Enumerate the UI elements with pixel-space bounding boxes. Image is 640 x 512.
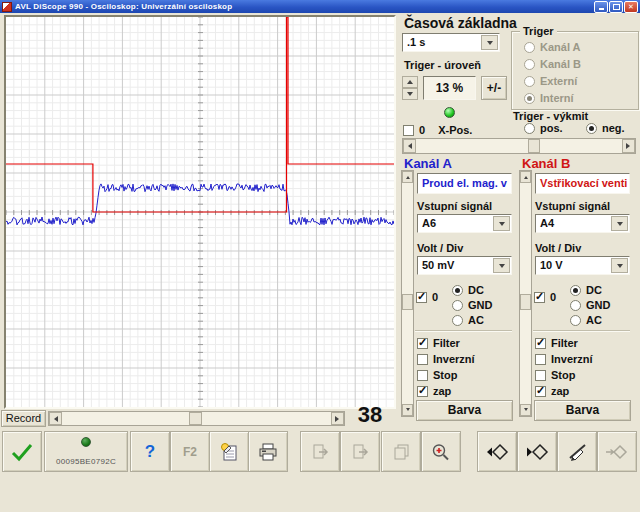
marker-prev-button[interactable] bbox=[477, 431, 517, 472]
scroll-right-icon[interactable] bbox=[622, 139, 635, 153]
trigger-polarity-button[interactable]: +/- bbox=[481, 76, 507, 100]
chevron-down-icon[interactable] bbox=[493, 216, 510, 231]
channel-b-color-button[interactable]: Barva bbox=[534, 400, 631, 421]
edit-off-button[interactable] bbox=[557, 431, 597, 472]
spinner-up-icon[interactable] bbox=[402, 76, 418, 88]
channel-a-coupling-dc[interactable]: DC bbox=[452, 284, 484, 296]
restore-button[interactable] bbox=[609, 1, 623, 13]
slider-thumb[interactable] bbox=[520, 294, 531, 310]
checkbox-icon[interactable] bbox=[534, 292, 545, 303]
channel-a-position-slider[interactable] bbox=[401, 170, 414, 417]
f2-button: F2 bbox=[170, 431, 210, 472]
checkbox-icon[interactable] bbox=[417, 338, 428, 349]
channel-a-on-checkbox[interactable]: zap bbox=[417, 385, 451, 397]
radio-icon[interactable] bbox=[570, 285, 581, 296]
scroll-left-icon[interactable] bbox=[403, 139, 416, 153]
channel-b-stop-checkbox[interactable]: Stop bbox=[535, 369, 575, 381]
channel-b-filter-checkbox[interactable]: Filter bbox=[535, 337, 578, 349]
xpos-zero-checkbox[interactable]: 0 X-Pos. bbox=[403, 124, 472, 136]
checkbox-icon[interactable] bbox=[403, 125, 414, 136]
device-led-icon bbox=[81, 437, 91, 447]
diamond-left-icon bbox=[485, 442, 509, 462]
slider-up-icon[interactable] bbox=[520, 171, 531, 183]
channel-a-coupling-ac[interactable]: AC bbox=[452, 314, 484, 326]
goto-marker-button bbox=[597, 431, 637, 472]
channel-b-on-checkbox[interactable]: zap bbox=[535, 385, 569, 397]
channel-b-title: Kanál B bbox=[522, 156, 570, 171]
green-check-icon bbox=[10, 442, 34, 462]
close-button[interactable]: ✕ bbox=[624, 1, 638, 13]
channel-a-stop-checkbox[interactable]: Stop bbox=[417, 369, 457, 381]
notes-button[interactable] bbox=[209, 431, 249, 472]
checkbox-icon[interactable] bbox=[417, 370, 428, 381]
copy-page-button bbox=[381, 431, 421, 472]
chevron-down-icon[interactable] bbox=[611, 258, 628, 273]
channel-a-color-button[interactable]: Barva bbox=[416, 400, 513, 421]
spinner-down-icon[interactable] bbox=[402, 88, 418, 100]
help-button[interactable]: ? bbox=[130, 431, 170, 472]
checkbox-icon[interactable] bbox=[417, 354, 428, 365]
scroll-right-icon[interactable] bbox=[331, 412, 344, 425]
print-button[interactable] bbox=[248, 431, 288, 472]
chevron-down-icon[interactable] bbox=[493, 258, 510, 273]
record-scrollbar[interactable] bbox=[48, 411, 345, 426]
chevron-down-icon[interactable] bbox=[611, 216, 628, 231]
slider-up-icon[interactable] bbox=[402, 171, 413, 183]
channel-a-zero-checkbox[interactable]: 0 bbox=[416, 291, 438, 303]
marker-next-button[interactable] bbox=[517, 431, 557, 472]
chevron-down-icon[interactable] bbox=[481, 35, 498, 50]
radio-icon[interactable] bbox=[586, 123, 597, 134]
slider-down-icon[interactable] bbox=[402, 404, 413, 416]
channel-b-invert-checkbox[interactable]: Inverzní bbox=[535, 353, 593, 365]
channel-b-panel: Kanál B Vstřikovací venti Vstupní signál… bbox=[518, 156, 636, 426]
record-button[interactable]: Record bbox=[1, 410, 46, 427]
checkbox-icon[interactable] bbox=[416, 292, 427, 303]
checkbox-icon[interactable] bbox=[535, 338, 546, 349]
slider-down-icon[interactable] bbox=[520, 404, 531, 416]
trigger-source-kanal-a: Kanál A bbox=[524, 41, 581, 53]
scroll-left-icon[interactable] bbox=[49, 412, 62, 425]
divider bbox=[415, 330, 512, 332]
slider-thumb[interactable] bbox=[402, 294, 413, 310]
checkbox-icon[interactable] bbox=[535, 386, 546, 397]
trigger-edge-pos[interactable]: pos. bbox=[524, 122, 563, 134]
radio-icon[interactable] bbox=[452, 300, 463, 311]
checkbox-icon[interactable] bbox=[417, 386, 428, 397]
channel-b-input-select[interactable]: A4 bbox=[535, 214, 630, 233]
channel-a-voltdiv-select[interactable]: 50 mV bbox=[417, 256, 512, 275]
channel-a-invert-checkbox[interactable]: Inverzní bbox=[417, 353, 475, 365]
timebase-select[interactable]: .1 s bbox=[402, 33, 500, 52]
xpos-scrollbar[interactable] bbox=[402, 138, 636, 154]
channel-a-coupling-gnd[interactable]: GND bbox=[452, 299, 492, 311]
confirm-button[interactable] bbox=[2, 431, 42, 472]
channel-b-position-slider[interactable] bbox=[519, 170, 532, 417]
channel-b-signal-name-field[interactable]: Vstřikovací venti bbox=[535, 173, 630, 194]
channel-a-input-select[interactable]: A6 bbox=[417, 214, 512, 233]
channel-b-zero-checkbox[interactable]: 0 bbox=[534, 291, 556, 303]
channel-b-voltdiv-select[interactable]: 10 V bbox=[535, 256, 630, 275]
channel-a-signal-name-field[interactable]: Proud el. mag. v bbox=[417, 173, 512, 194]
channel-a-filter-checkbox[interactable]: Filter bbox=[417, 337, 460, 349]
note-edit-icon bbox=[219, 442, 239, 462]
radio-icon bbox=[524, 93, 535, 104]
radio-icon[interactable] bbox=[570, 315, 581, 326]
checkbox-icon[interactable] bbox=[535, 370, 546, 381]
checkbox-icon[interactable] bbox=[535, 354, 546, 365]
trigger-level-value: 13 % bbox=[423, 76, 476, 100]
minimize-button[interactable] bbox=[594, 1, 608, 13]
channel-b-coupling-dc[interactable]: DC bbox=[570, 284, 602, 296]
scrollbar-thumb[interactable] bbox=[189, 412, 202, 425]
trigger-edge-neg[interactable]: neg. bbox=[586, 122, 625, 134]
trigger-level-spinner[interactable] bbox=[402, 76, 418, 100]
radio-icon[interactable] bbox=[570, 300, 581, 311]
channel-b-coupling-ac[interactable]: AC bbox=[570, 314, 602, 326]
trigger-source-interni: Interní bbox=[524, 92, 574, 104]
pencil-slash-icon bbox=[566, 442, 588, 462]
device-serial-panel: 00095BE0792C bbox=[44, 431, 128, 472]
scrollbar-thumb[interactable] bbox=[528, 139, 540, 153]
radio-icon[interactable] bbox=[524, 123, 535, 134]
zoom-button[interactable] bbox=[421, 431, 461, 472]
radio-icon[interactable] bbox=[452, 315, 463, 326]
radio-icon[interactable] bbox=[452, 285, 463, 296]
channel-b-coupling-gnd[interactable]: GND bbox=[570, 299, 610, 311]
